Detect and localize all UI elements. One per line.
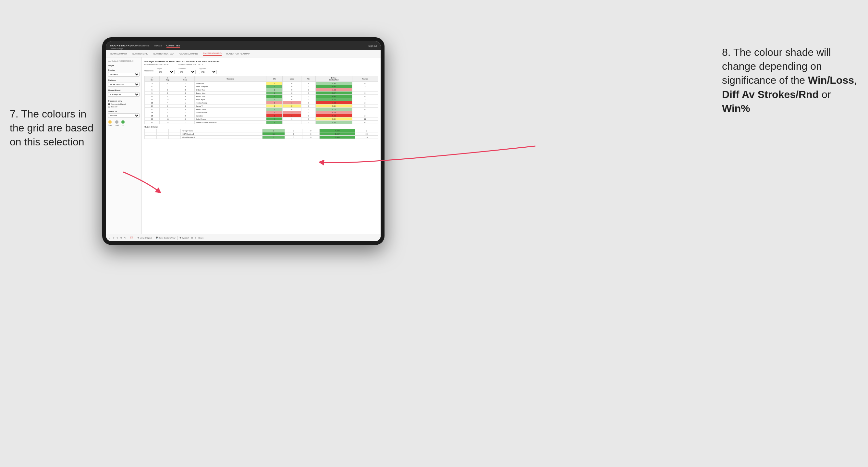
sub-nav-team-h2h-grid[interactable]: TEAM H2H GRID bbox=[132, 52, 148, 56]
division-record: Division Record: 331 - 34 - 6 bbox=[178, 64, 203, 66]
radio-dot-unselected bbox=[108, 106, 110, 108]
table-row: 1822 Euna Lee 010 -5.002 bbox=[145, 114, 378, 118]
grid-area: Katelyn Vo Head-to-Head Grid for Women's… bbox=[142, 57, 381, 234]
table-row: 522 Alexis Sudjianto 100 4.003 bbox=[145, 85, 378, 88]
legend-down: Down bbox=[108, 120, 112, 126]
sidebar-division-section: Division NCAA Division III bbox=[108, 79, 140, 87]
opponents-filter-label: Opponents: bbox=[145, 70, 153, 72]
division-select[interactable]: NCAA Division III bbox=[108, 82, 140, 87]
table-row: Foreign Team 100 4.5002 bbox=[145, 129, 378, 132]
table-row: 1341 Jessica Huang 010 -3.002 bbox=[145, 101, 378, 104]
radio-dot-selected bbox=[108, 103, 110, 105]
edit-icon[interactable]: ✎ bbox=[124, 237, 126, 239]
out-of-division-header: Out of division bbox=[145, 126, 378, 128]
radio-group: Opponents Played Top 100 bbox=[108, 103, 140, 108]
undo-icon[interactable]: ↺ bbox=[109, 237, 111, 239]
table-row: 311 Esther Lee 101 1.504 bbox=[145, 82, 378, 85]
colour-legend: Down Level Up bbox=[108, 120, 140, 126]
sidebar-player-rank-section: Player (Rank) 8. Katelyn Vo bbox=[108, 89, 140, 97]
redo-icon[interactable]: ↻ bbox=[113, 237, 115, 239]
share-btn[interactable]: Share bbox=[198, 237, 204, 239]
sidebar-player-section: Player bbox=[108, 65, 140, 66]
sub-nav-team-h2h-heatmap[interactable]: TEAM H2H HEATMAP bbox=[153, 52, 174, 56]
data-table: #Div #Reg #Conf Opponent Win Loss Tie Di… bbox=[145, 76, 378, 124]
watch-btn[interactable]: 👁 Watch ▾ bbox=[180, 237, 189, 239]
grid-records: Overall Record: 353 - 34 - 6 Division Re… bbox=[145, 64, 378, 66]
legend-level: Level bbox=[115, 120, 119, 126]
table-row: 914 Sharon Mun 100 3.673 bbox=[145, 92, 378, 95]
filter-row: Opponents: Region (All) Conference (All) bbox=[145, 67, 378, 74]
toolbar-divider-4 bbox=[177, 236, 178, 240]
main-content: Last Updated: 27/03/2024 16:55:38 Player… bbox=[106, 57, 381, 234]
out-of-division-table: Foreign Team 100 4.5002 NAIA Division 1 … bbox=[145, 129, 378, 139]
table-row: NCAA Division 2 500 7.40010 bbox=[145, 136, 378, 139]
filter-opponent-group: Opponent (All) bbox=[199, 67, 217, 74]
legend-level-dot bbox=[115, 120, 118, 124]
colour-by-select[interactable]: Win/loss bbox=[108, 113, 140, 118]
radio-top100[interactable]: Top 100 bbox=[108, 106, 140, 108]
table-row: 1063 Andrea York 200 4.004 bbox=[145, 95, 378, 98]
sub-nav-player-summary[interactable]: PLAYER SUMMARY bbox=[179, 52, 198, 56]
col-opponent: Opponent bbox=[194, 76, 267, 82]
annotation-right: 8. The colour shade will change dependin… bbox=[722, 45, 858, 116]
sidebar-timestamp: Last Updated: 27/03/2024 16:55:38 bbox=[108, 60, 140, 62]
top-nav: SCOREBOARD Powered by clippd TOURNAMENTS… bbox=[106, 41, 381, 50]
undo2-icon[interactable]: ↺ bbox=[117, 237, 118, 239]
nav-tournaments[interactable]: TOURNAMENTS bbox=[132, 44, 150, 48]
toolbar-divider-3 bbox=[154, 236, 154, 240]
table-row: 633 Sydney Kuo 100 -1.00 bbox=[145, 88, 378, 92]
bottom-toolbar: ↺ ↻ ↺ ⧉ ✎ ⏰ 👁 View: Original 💾 Save Cust… bbox=[106, 234, 381, 241]
opponent-filter-select[interactable]: (All) bbox=[199, 70, 217, 74]
table-btn[interactable]: ⊟ bbox=[195, 237, 196, 239]
sub-nav-player-h2h-heatmap[interactable]: PLAYER H2H HEATMAP bbox=[226, 52, 250, 56]
legend-down-dot bbox=[108, 120, 112, 124]
col-reg: #Reg bbox=[159, 76, 176, 82]
sign-out[interactable]: Sign out bbox=[368, 45, 377, 47]
legend-up-dot bbox=[121, 120, 125, 124]
watch-chevron: ▾ bbox=[188, 237, 189, 239]
tablet-frame: SCOREBOARD Powered by clippd TOURNAMENTS… bbox=[102, 37, 384, 245]
toolbar-divider-1 bbox=[128, 236, 128, 240]
sub-nav-team-summary[interactable]: TEAM SUMMARY bbox=[110, 52, 127, 56]
filter-conference-group: Conference (All) bbox=[178, 67, 196, 74]
view-original-btn[interactable]: 👁 View: Original bbox=[137, 237, 152, 239]
overall-record: Overall Record: 353 - 34 - 6 bbox=[145, 64, 168, 66]
radio-opponents-played[interactable]: Opponents Played bbox=[108, 103, 140, 105]
sidebar-gender-section: Gender Women's bbox=[108, 69, 140, 76]
logo: SCOREBOARD Powered by clippd bbox=[110, 42, 132, 50]
sidebar: Last Updated: 27/03/2024 16:55:38 Player… bbox=[106, 57, 142, 234]
view-icon: 👁 bbox=[137, 237, 139, 239]
layout-btn[interactable]: ⊞ bbox=[191, 237, 193, 239]
col-diff: Diff AvStrokes/Rnd bbox=[315, 76, 352, 82]
gender-select[interactable]: Women's bbox=[108, 72, 140, 76]
sidebar-colour-section: Colour by Win/loss bbox=[108, 110, 140, 118]
save-icon: 💾 bbox=[156, 237, 158, 239]
legend-up: Up bbox=[121, 120, 125, 126]
filter-region-group: Region (All) bbox=[157, 67, 175, 74]
player-rank-select[interactable]: 8. Katelyn Vo bbox=[108, 92, 140, 97]
sub-nav: TEAM SUMMARY TEAM H2H GRID TEAM H2H HEAT… bbox=[106, 50, 381, 57]
clock-icon[interactable]: ⏰ bbox=[130, 237, 133, 239]
col-loss: Loss bbox=[283, 76, 302, 82]
table-row: 1631 Jessica Mason 120 -0.94 bbox=[145, 111, 378, 114]
table-row: 20116 Emily Chang 410 0.3011 bbox=[145, 118, 378, 121]
toolbar-divider-2 bbox=[135, 236, 135, 240]
region-filter-select[interactable]: (All) bbox=[157, 70, 175, 74]
save-custom-btn[interactable]: 💾 Save Custom View bbox=[156, 237, 176, 239]
col-conf: #Conf bbox=[176, 76, 194, 82]
nav-committee[interactable]: COMMITTEE bbox=[166, 44, 180, 48]
table-row: 1474 Eunice Yi 220 0.389 bbox=[145, 104, 378, 108]
nav-teams[interactable]: TEAMS bbox=[154, 44, 162, 48]
table-row: NAIA Division 1 1500 9.26730 bbox=[145, 132, 378, 136]
sidebar-opponent-view-section: Opponent view Opponents Played Top 100 bbox=[108, 100, 140, 108]
col-win: Win bbox=[267, 76, 283, 82]
copy-icon[interactable]: ⧉ bbox=[120, 237, 122, 239]
table-row: 1585 Stella Cheng 100 1.254 bbox=[145, 108, 378, 111]
conference-filter-select[interactable]: (All) bbox=[178, 70, 196, 74]
table-row: 20117 Federica Domecq Lacroze 210 1.336 bbox=[145, 121, 378, 124]
sub-nav-player-h2h-grid[interactable]: PLAYER H2H GRID bbox=[203, 52, 222, 56]
grid-title: Katelyn Vo Head-to-Head Grid for Women's… bbox=[145, 60, 378, 63]
annotation-left: 7. The colours inthe grid are basedon th… bbox=[10, 107, 93, 149]
col-rounds: Rounds bbox=[352, 76, 378, 82]
col-div: #Div bbox=[145, 76, 160, 82]
